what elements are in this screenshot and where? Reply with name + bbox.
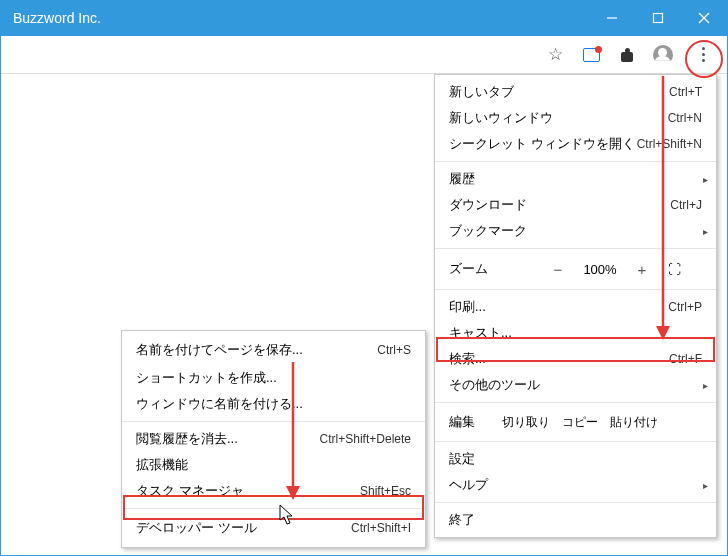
- menu-item-history[interactable]: 履歴 ▸: [435, 166, 716, 192]
- main-menu: 新しいタブ Ctrl+T 新しいウィンドウ Ctrl+N シークレット ウィンド…: [434, 74, 717, 538]
- menu-separator: [435, 502, 716, 503]
- menu-item-settings[interactable]: 設定: [435, 446, 716, 472]
- new-tab-accel: Ctrl+T: [669, 85, 702, 99]
- submenu-item-create-shortcut[interactable]: ショートカットを作成...: [122, 365, 425, 391]
- menu-item-edit: 編集 切り取り コピー 貼り付け: [435, 407, 716, 437]
- browser-toolbar: ☆: [1, 36, 727, 74]
- clear-data-accel: Ctrl+Shift+Delete: [320, 432, 411, 446]
- more-tools-submenu: 名前を付けてページを保存... Ctrl+S ショートカットを作成... ウィン…: [121, 330, 426, 548]
- close-button[interactable]: [681, 0, 727, 36]
- downloads-accel: Ctrl+J: [670, 198, 702, 212]
- clear-data-label: 閲覧履歴を消去...: [136, 430, 320, 448]
- menu-separator: [122, 421, 425, 422]
- minimize-button[interactable]: [589, 0, 635, 36]
- devtools-label: デベロッパー ツール: [136, 519, 351, 537]
- kebab-menu-button[interactable]: [689, 41, 717, 69]
- svg-rect-1: [654, 14, 663, 23]
- reading-list-icon[interactable]: [581, 45, 601, 65]
- menu-separator: [122, 508, 425, 509]
- submenu-item-name-window[interactable]: ウィンドウに名前を付ける...: [122, 391, 425, 417]
- devtools-accel: Ctrl+Shift+I: [351, 521, 411, 535]
- submenu-item-developer-tools[interactable]: デベロッパー ツール Ctrl+Shift+I: [122, 513, 425, 543]
- print-accel: Ctrl+P: [668, 300, 702, 314]
- menu-item-new-incognito[interactable]: シークレット ウィンドウを開く Ctrl+Shift+N: [435, 131, 716, 157]
- submenu-item-extensions[interactable]: 拡張機能: [122, 452, 425, 478]
- menu-item-new-window[interactable]: 新しいウィンドウ Ctrl+N: [435, 105, 716, 131]
- task-mgr-accel: Shift+Esc: [360, 484, 411, 498]
- menu-item-help[interactable]: ヘルプ ▸: [435, 472, 716, 498]
- chevron-right-icon: ▸: [703, 174, 708, 185]
- menu-separator: [435, 402, 716, 403]
- menu-separator: [435, 289, 716, 290]
- cast-label: キャスト...: [449, 324, 702, 342]
- shortcut-label: ショートカットを作成...: [136, 369, 411, 387]
- submenu-item-task-manager[interactable]: タスク マネージャ Shift+Esc: [122, 478, 425, 504]
- chevron-right-icon: ▸: [703, 380, 708, 391]
- menu-item-exit[interactable]: 終了: [435, 507, 716, 533]
- window-title: Buzzword Inc.: [13, 10, 589, 26]
- copy-button[interactable]: コピー: [553, 414, 607, 431]
- menu-item-cast[interactable]: キャスト...: [435, 320, 716, 346]
- new-tab-label: 新しいタブ: [449, 83, 669, 101]
- extensions-icon[interactable]: [617, 45, 637, 65]
- settings-label: 設定: [449, 450, 702, 468]
- menu-item-zoom: ズーム − 100% + ⛶: [435, 253, 716, 285]
- help-label: ヘルプ: [449, 476, 702, 494]
- edit-label: 編集: [449, 413, 499, 431]
- menu-item-downloads[interactable]: ダウンロード Ctrl+J: [435, 192, 716, 218]
- name-window-label: ウィンドウに名前を付ける...: [136, 395, 411, 413]
- profile-avatar-icon[interactable]: [653, 45, 673, 65]
- menu-item-new-tab[interactable]: 新しいタブ Ctrl+T: [435, 79, 716, 105]
- menu-item-bookmarks[interactable]: ブックマーク ▸: [435, 218, 716, 244]
- zoom-out-button[interactable]: −: [543, 261, 573, 278]
- fullscreen-button[interactable]: ⛶: [663, 262, 685, 277]
- menu-item-find[interactable]: 検索... Ctrl+F: [435, 346, 716, 372]
- more-tools-label: その他のツール: [449, 376, 702, 394]
- new-window-accel: Ctrl+N: [668, 111, 702, 125]
- exit-label: 終了: [449, 511, 702, 529]
- find-label: 検索...: [449, 350, 669, 368]
- new-incognito-accel: Ctrl+Shift+N: [637, 137, 702, 151]
- save-as-label: 名前を付けてページを保存...: [136, 341, 377, 359]
- zoom-value: 100%: [579, 262, 621, 277]
- print-label: 印刷...: [449, 298, 668, 316]
- submenu-item-save-as[interactable]: 名前を付けてページを保存... Ctrl+S: [122, 335, 425, 365]
- new-window-label: 新しいウィンドウ: [449, 109, 668, 127]
- menu-item-print[interactable]: 印刷... Ctrl+P: [435, 294, 716, 320]
- bookmarks-label: ブックマーク: [449, 222, 702, 240]
- save-as-accel: Ctrl+S: [377, 343, 411, 357]
- downloads-label: ダウンロード: [449, 196, 670, 214]
- chevron-right-icon: ▸: [703, 480, 708, 491]
- paste-button[interactable]: 貼り付け: [607, 414, 661, 431]
- submenu-item-clear-browsing-data[interactable]: 閲覧履歴を消去... Ctrl+Shift+Delete: [122, 426, 425, 452]
- maximize-button[interactable]: [635, 0, 681, 36]
- menu-item-more-tools[interactable]: その他のツール ▸: [435, 372, 716, 398]
- zoom-in-button[interactable]: +: [627, 261, 657, 278]
- bookmark-star-icon[interactable]: ☆: [545, 45, 565, 65]
- menu-separator: [435, 248, 716, 249]
- task-mgr-label: タスク マネージャ: [136, 482, 360, 500]
- cut-button[interactable]: 切り取り: [499, 414, 553, 431]
- extensions-label: 拡張機能: [136, 456, 411, 474]
- find-accel: Ctrl+F: [669, 352, 702, 366]
- menu-separator: [435, 441, 716, 442]
- menu-separator: [435, 161, 716, 162]
- new-incognito-label: シークレット ウィンドウを開く: [449, 135, 637, 153]
- zoom-label: ズーム: [449, 260, 537, 278]
- window-titlebar: Buzzword Inc.: [1, 0, 727, 36]
- chevron-right-icon: ▸: [703, 226, 708, 237]
- mouse-cursor-icon: [279, 504, 295, 526]
- history-label: 履歴: [449, 170, 702, 188]
